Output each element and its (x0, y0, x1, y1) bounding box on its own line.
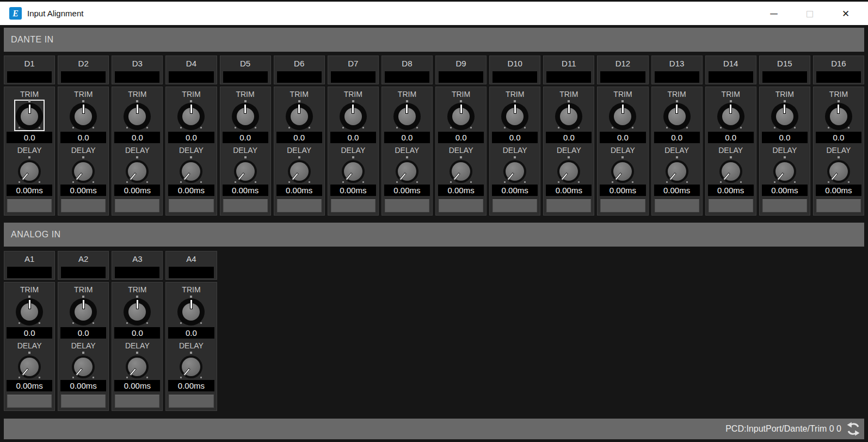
trim-knob[interactable] (446, 100, 476, 131)
trim-knob[interactable] (824, 100, 853, 131)
delay-knob[interactable] (69, 352, 98, 379)
channel-port-label-display[interactable] (600, 71, 645, 83)
channel-port-label-display[interactable] (655, 71, 699, 83)
channel-extra-button[interactable] (655, 199, 699, 212)
trim-value-display[interactable]: 0.0 (60, 132, 106, 143)
trim-knob[interactable] (662, 100, 692, 131)
trim-knob[interactable] (392, 100, 422, 131)
delay-knob[interactable] (231, 156, 260, 183)
channel-extra-button[interactable] (546, 199, 591, 212)
delay-knob[interactable] (446, 156, 476, 183)
trim-value-display[interactable]: 0.0 (708, 132, 754, 143)
delay-knob[interactable] (662, 156, 692, 183)
trim-knob[interactable] (176, 100, 206, 131)
channel-extra-button[interactable] (7, 395, 52, 408)
delay-knob[interactable] (554, 156, 583, 183)
trim-value-display[interactable]: 0.0 (168, 327, 214, 339)
trim-knob[interactable] (176, 296, 206, 326)
delay-knob[interactable] (176, 352, 206, 379)
trim-knob[interactable] (554, 100, 583, 131)
delay-knob[interactable] (392, 156, 422, 183)
titlebar[interactable]: E Input Alignment — □ ✕ (0, 0, 868, 25)
channel-extra-button[interactable] (493, 199, 537, 212)
maximize-button[interactable]: □ (792, 2, 828, 25)
channel-port-label-display[interactable] (7, 71, 52, 83)
delay-knob[interactable] (122, 352, 152, 379)
delay-knob[interactable] (338, 156, 368, 183)
trim-knob[interactable] (122, 100, 152, 131)
delay-knob[interactable] (122, 156, 152, 183)
channel-extra-button[interactable] (115, 199, 159, 212)
channel-extra-button[interactable] (762, 199, 807, 212)
trim-knob[interactable] (15, 296, 44, 326)
trim-knob[interactable] (69, 100, 98, 131)
channel-extra-button[interactable] (385, 199, 429, 212)
channel-extra-button[interactable] (439, 199, 483, 212)
delay-knob[interactable] (15, 352, 44, 379)
refresh-button[interactable] (846, 422, 860, 436)
trim-value-display[interactable]: 0.0 (762, 132, 808, 143)
trim-value-display[interactable]: 0.0 (816, 132, 861, 143)
channel-port-label-display[interactable] (61, 71, 106, 83)
channel-port-label-display[interactable] (709, 71, 753, 83)
delay-knob[interactable] (285, 156, 314, 183)
channel-extra-button[interactable] (600, 199, 645, 212)
channel-extra-button[interactable] (709, 199, 753, 212)
trim-value-display[interactable]: 0.0 (492, 132, 538, 143)
channel-port-label-display[interactable] (223, 71, 268, 83)
delay-knob[interactable] (500, 156, 530, 183)
channel-port-label-display[interactable] (762, 71, 807, 83)
minimize-button[interactable]: — (756, 2, 792, 25)
channel-extra-button[interactable] (7, 199, 52, 212)
trim-knob[interactable] (69, 296, 98, 326)
channel-extra-button[interactable] (115, 395, 159, 408)
channel-extra-button[interactable] (331, 199, 375, 212)
trim-value-display[interactable]: 0.0 (384, 132, 430, 143)
channel-port-label-display[interactable] (169, 267, 213, 278)
trim-value-display[interactable]: 0.0 (114, 132, 160, 143)
channel-extra-button[interactable] (61, 199, 106, 212)
delay-knob[interactable] (176, 156, 206, 183)
trim-knob[interactable] (15, 100, 44, 131)
channel-port-label-display[interactable] (115, 71, 159, 83)
delay-knob[interactable] (824, 156, 853, 183)
close-button[interactable]: ✕ (828, 2, 864, 25)
trim-knob[interactable] (608, 100, 637, 131)
channel-port-label-display[interactable] (816, 71, 861, 83)
trim-value-display[interactable]: 0.0 (60, 327, 106, 339)
channel-port-label-display[interactable] (7, 267, 52, 278)
channel-extra-button[interactable] (277, 199, 322, 212)
trim-value-display[interactable]: 0.0 (654, 132, 700, 143)
delay-knob[interactable] (69, 156, 98, 183)
channel-port-label-display[interactable] (61, 267, 106, 278)
channel-port-label-display[interactable] (493, 71, 537, 83)
trim-knob[interactable] (122, 296, 152, 326)
channel-extra-button[interactable] (169, 199, 213, 212)
channel-extra-button[interactable] (169, 395, 213, 408)
trim-value-display[interactable]: 0.0 (7, 327, 52, 339)
channel-extra-button[interactable] (223, 199, 268, 212)
trim-value-display[interactable]: 0.0 (223, 132, 268, 143)
trim-value-display[interactable]: 0.0 (114, 327, 160, 339)
delay-knob[interactable] (716, 156, 746, 183)
channel-port-label-display[interactable] (169, 71, 213, 83)
trim-knob[interactable] (500, 100, 530, 131)
trim-knob[interactable] (716, 100, 746, 131)
channel-port-label-display[interactable] (115, 267, 159, 278)
trim-knob[interactable] (231, 100, 260, 131)
trim-value-display[interactable]: 0.0 (7, 132, 52, 143)
channel-extra-button[interactable] (61, 395, 106, 408)
trim-value-display[interactable]: 0.0 (330, 132, 376, 143)
trim-knob[interactable] (285, 100, 314, 131)
delay-knob[interactable] (608, 156, 637, 183)
channel-port-label-display[interactable] (277, 71, 322, 83)
trim-value-display[interactable]: 0.0 (600, 132, 645, 143)
trim-knob[interactable] (338, 100, 368, 131)
trim-value-display[interactable]: 0.0 (438, 132, 484, 143)
trim-value-display[interactable]: 0.0 (546, 132, 592, 143)
channel-extra-button[interactable] (816, 199, 861, 212)
trim-value-display[interactable]: 0.0 (168, 132, 214, 143)
delay-knob[interactable] (15, 156, 44, 183)
trim-value-display[interactable]: 0.0 (276, 132, 322, 143)
channel-port-label-display[interactable] (385, 71, 429, 83)
